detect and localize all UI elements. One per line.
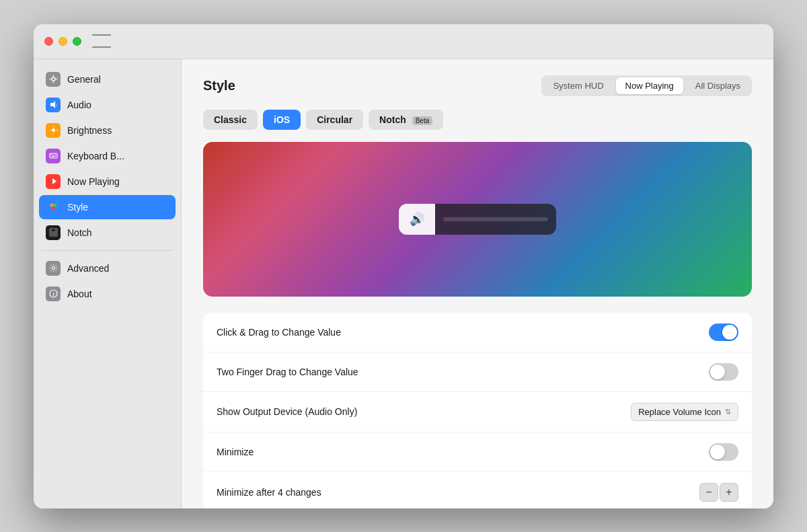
sidebar-item-label: Audio [67, 100, 91, 110]
setting-show-output-device: Show Output Device (Audio Only) Replace … [203, 392, 752, 432]
sidebar-item-nowplaying[interactable]: Now Playing [39, 169, 176, 194]
sidebar-item-label: Notch [67, 227, 92, 238]
setting-two-finger-drag-label: Two Finger Drag to Change Value [217, 367, 358, 377]
notch-tab-label: Notch [379, 114, 406, 125]
sidebar-item-audio[interactable]: ) Audio [39, 93, 176, 117]
tab-all-displays[interactable]: All Displays [686, 77, 750, 94]
svg-point-30 [55, 265, 56, 266]
toggle-two-finger-drag[interactable] [709, 363, 738, 381]
svg-point-23 [52, 264, 54, 266]
sidebar-item-style[interactable]: Style [39, 195, 176, 219]
sidebar-toggle-line [92, 46, 111, 48]
svg-text:i: i [52, 291, 54, 297]
setting-click-drag-label: Click & Drag to Change Value [217, 327, 341, 338]
sidebar-item-about[interactable]: i About [39, 282, 176, 306]
sidebar-item-label: Advanced [67, 263, 109, 274]
toggle-minimize[interactable] [709, 443, 738, 461]
hud-preview: 🔊 [399, 204, 556, 235]
beta-badge: Beta [412, 116, 433, 125]
setting-show-output-label: Show Output Device (Audio Only) [217, 406, 357, 417]
settings-list: Click & Drag to Change Value Two Finger … [203, 313, 752, 508]
sidebar-toggle-button[interactable] [92, 34, 111, 48]
output-device-select[interactable]: Replace Volume Icon ⇅ [631, 403, 738, 421]
sidebar-item-label: Now Playing [67, 176, 120, 187]
about-icon: i [46, 287, 61, 301]
sidebar-item-keyboard[interactable]: Keyboard B... [39, 144, 176, 168]
svg-rect-16 [51, 156, 55, 157]
top-tab-group: System HUD Now Playing All Displays [541, 75, 752, 96]
style-tab-ios[interactable]: iOS [263, 110, 301, 130]
svg-point-27 [50, 265, 52, 266]
hud-dark-section [435, 204, 556, 235]
sidebar-item-label: General [67, 74, 101, 85]
svg-point-7 [52, 128, 55, 132]
audio-icon: ) [46, 98, 61, 112]
style-tab-circular[interactable]: Circular [306, 110, 363, 130]
svg-point-3 [49, 79, 50, 80]
keyboard-icon [46, 149, 61, 163]
svg-point-2 [52, 82, 54, 83]
svg-marker-5 [50, 101, 55, 108]
close-button[interactable] [44, 37, 53, 46]
main-header: Style System HUD Now Playing All Display… [203, 75, 752, 96]
content-area: General ) Audio [34, 59, 773, 508]
sidebar-item-label: Keyboard B... [67, 151, 124, 161]
svg-rect-20 [49, 228, 58, 237]
stepper-group: − + [699, 483, 738, 502]
toggle-knob [710, 445, 725, 459]
brightness-icon [46, 123, 61, 138]
sidebar-item-general[interactable]: General [39, 67, 176, 91]
sidebar: General ) Audio [34, 59, 182, 508]
sidebar-item-notch[interactable]: Notch [39, 221, 176, 245]
advanced-icon [46, 261, 61, 276]
svg-rect-21 [52, 229, 55, 231]
svg-point-26 [56, 268, 57, 269]
stepper-decrement-button[interactable]: − [699, 483, 718, 502]
output-device-value: Replace Volume Icon [638, 407, 721, 417]
volume-icon: 🔊 [410, 212, 424, 227]
svg-point-17 [50, 204, 53, 207]
traffic-lights [44, 37, 81, 46]
svg-point-19 [52, 206, 55, 210]
setting-minimize-label: Minimize [217, 447, 254, 457]
chevron-updown-icon: ⇅ [725, 408, 731, 416]
style-tab-classic[interactable]: Classic [203, 110, 258, 130]
svg-point-18 [53, 204, 56, 207]
svg-rect-15 [54, 155, 56, 156]
sidebar-separator [42, 250, 173, 251]
svg-point-1 [52, 75, 54, 77]
svg-point-25 [49, 268, 50, 269]
sidebar-item-label: Style [67, 202, 88, 213]
svg-point-22 [52, 267, 54, 270]
svg-rect-13 [50, 155, 52, 156]
style-tab-group: Classic iOS Circular Notch Beta [203, 110, 752, 130]
style-tab-notch[interactable]: Notch Beta [369, 110, 443, 130]
sidebar-item-label: Brightness [67, 125, 112, 136]
preview-area: 🔊 [203, 142, 752, 297]
svg-point-24 [52, 271, 54, 272]
toggle-knob [722, 325, 737, 340]
toggle-click-drag[interactable] [709, 324, 738, 341]
tab-now-playing[interactable]: Now Playing [616, 77, 683, 94]
hud-progress-bar [443, 217, 548, 221]
sidebar-item-brightness[interactable]: Brightness [39, 118, 176, 143]
setting-click-drag: Click & Drag to Change Value [203, 313, 752, 352]
tab-system-hud[interactable]: System HUD [543, 77, 613, 94]
stepper-increment-button[interactable]: + [720, 483, 738, 502]
svg-point-29 [50, 270, 52, 271]
svg-point-4 [56, 79, 57, 80]
minimize-button[interactable] [59, 37, 67, 46]
svg-point-28 [55, 270, 56, 271]
hud-white-section: 🔊 [399, 204, 435, 235]
app-window: General ) Audio [34, 24, 773, 508]
setting-minimize-after: Minimize after 4 changes − + [203, 472, 752, 508]
maximize-button[interactable] [73, 37, 81, 46]
setting-minimize: Minimize [203, 432, 752, 472]
notch-icon [46, 225, 61, 240]
sidebar-item-advanced[interactable]: Advanced [39, 256, 176, 280]
sidebar-toggle-line [92, 34, 111, 36]
svg-point-0 [52, 77, 55, 81]
toggle-knob [710, 365, 725, 379]
sidebar-item-label: About [67, 289, 92, 299]
titlebar [34, 24, 773, 59]
